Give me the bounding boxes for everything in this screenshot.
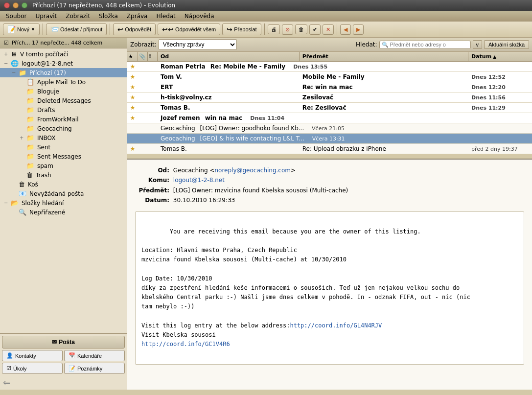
message-row-7[interactable]: Geocaching [GEO] & his wife contacting L…	[127, 134, 532, 144]
forward-button[interactable]: ↪ Přeposlat	[222, 23, 261, 35]
tree-item-2[interactable]: − 📁 Příchozí (17)	[0, 68, 127, 77]
msg-flag-7[interactable]	[127, 137, 138, 140]
tree-item-9[interactable]: + 📁 INBOX	[0, 133, 127, 142]
msg-flag-6[interactable]	[127, 127, 138, 130]
col-header-importance[interactable]: !	[148, 52, 158, 61]
message-row-8[interactable]: ★ Tomas B. Re: Upload obrazku z iPhone p…	[127, 144, 532, 154]
message-row-2[interactable]: ★ ERT Re: win na mac Dnes 12:20	[127, 82, 532, 93]
tree-expander-0[interactable]: +	[4, 51, 10, 57]
search-input[interactable]	[390, 42, 468, 47]
msg-imp-3	[148, 96, 158, 99]
body-link-2[interactable]: http://coord.info/GC1V4R6	[141, 341, 230, 348]
menu-hledat[interactable]: Hledat	[152, 12, 179, 21]
msg-flag-8[interactable]: ★	[127, 144, 138, 154]
menu-soubor[interactable]: Soubor	[2, 12, 30, 21]
print-icon: 🖨	[271, 26, 277, 32]
tree-item-5[interactable]: 📁 Deleted Messages	[0, 96, 127, 105]
not-junk-button[interactable]: ✔	[309, 24, 321, 35]
message-row-0[interactable]: ★ Roman Petrla Re: Mobile Me - Family Dn…	[127, 62, 532, 72]
toolbar-separator-2	[110, 23, 110, 35]
message-row-1[interactable]: ★ Tom V. Mobile Me - Family Dnes 12:52	[127, 72, 532, 82]
menu-napoveda[interactable]: Nápověda	[181, 12, 218, 21]
next-button[interactable]: ▶	[353, 24, 364, 35]
new-dropdown-icon[interactable]: ▼	[31, 27, 35, 32]
msg-flag-0[interactable]: ★	[127, 62, 138, 71]
tree-expander-1[interactable]: −	[4, 61, 10, 66]
message-row-5[interactable]: ★ Jozef remen win na mac Dnes 11:04	[127, 113, 532, 123]
sidebar-checkbox[interactable]: ☑	[4, 40, 9, 46]
tree-folder-icon-8: 📁	[26, 125, 34, 132]
tree-item-12[interactable]: 📁 spam	[0, 161, 127, 170]
notes-nav-button[interactable]: 📝 Poznámky	[64, 363, 125, 374]
msg-flag-5[interactable]: ★	[127, 113, 138, 123]
tree-label-10: Sent	[37, 144, 50, 151]
subject-text: [LOG] Owner: mzvicina found Kbelska sous…	[173, 187, 348, 194]
search-in-button[interactable]: v	[473, 40, 483, 49]
send-receive-button[interactable]: 📨 Odeslat / přijmout	[46, 23, 107, 35]
close-button[interactable]	[4, 2, 10, 8]
msg-flag-1[interactable]: ★	[127, 72, 138, 82]
menu-zobrazit[interactable]: Zobrazit	[62, 12, 94, 21]
send-receive-icon: 📨	[50, 25, 59, 33]
msg-flag-4[interactable]: ★	[127, 103, 138, 113]
menu-upravit[interactable]: Upravit	[31, 12, 61, 21]
msg-flag-2[interactable]: ★	[127, 82, 138, 92]
tree-expander-2[interactable]: −	[12, 70, 18, 75]
prev-button[interactable]: ◀	[340, 24, 351, 35]
tree-folder-icon-6: 📁	[26, 106, 34, 114]
col-header-subject[interactable]: Předmět	[300, 52, 468, 61]
menu-slozka[interactable]: Složka	[95, 12, 122, 21]
nav-btn-row-2: ☑ Úkoly 📝 Poznámky	[2, 363, 125, 374]
to-email-link[interactable]: logout@1-2-8.net	[173, 177, 225, 184]
tree-item-1[interactable]: − 🌐 logout@1-2-8.net	[0, 59, 127, 68]
tree-folder-icon-14: 🗑	[19, 181, 25, 188]
reply-all-button[interactable]: ↩↩ Odpovědět všem	[158, 23, 220, 35]
calendar-nav-button[interactable]: 📅 Kalendáře	[64, 350, 125, 361]
tree-label-12: spam	[37, 163, 53, 169]
tree-item-13[interactable]: 🗑 Trash	[0, 170, 127, 180]
tree-item-14[interactable]: 🗑 Koš	[0, 180, 127, 189]
new-button[interactable]: 📝 Nový ▼	[3, 23, 40, 35]
tree-label-3: Apple Mail To Do	[37, 79, 86, 86]
message-row-4[interactable]: ★ Tomas B. Re: Zesilovač Dnes 11:29	[127, 103, 532, 113]
tree-item-7[interactable]: 📁 FromWorkMail	[0, 115, 127, 124]
mail-nav-button[interactable]: ✉ Pošta	[2, 336, 125, 349]
tree-item-8[interactable]: 📁 Geocaching	[0, 124, 127, 133]
message-row-6[interactable]: Geocaching [LOG] Owner: goodhoko found K…	[127, 123, 532, 134]
tree-expander-9[interactable]: +	[20, 135, 25, 140]
tree-item-11[interactable]: 📁 Sent Messages	[0, 152, 127, 161]
junk-button[interactable]: 🗑	[295, 24, 307, 34]
tree-item-17[interactable]: 🔍 Nepřiřazené	[0, 208, 127, 217]
reply-button[interactable]: ↩ Odpovědět	[113, 23, 156, 35]
forward-label: Přeposlat	[234, 26, 256, 32]
tree-item-10[interactable]: 📁 Sent	[0, 142, 127, 152]
col-header-from[interactable]: Od	[158, 52, 300, 61]
arrow-icon[interactable]: ⇐	[3, 377, 10, 388]
col-header-attachment[interactable]: 📎	[138, 52, 148, 61]
print-button[interactable]: 🖨	[268, 24, 280, 34]
contacts-nav-button[interactable]: 👤 Kontakty	[2, 350, 63, 361]
tree-item-6[interactable]: 📁 Drafts	[0, 105, 127, 115]
message-row-3[interactable]: ★ h-tisk@volny.cz Zesilovač Dnes 11:56	[127, 93, 532, 103]
tree-item-0[interactable]: + 🖥 V tomto počítači	[0, 49, 127, 59]
minimize-button[interactable]	[13, 2, 19, 8]
col-header-flag[interactable]: ★	[127, 52, 138, 61]
tasks-nav-button[interactable]: ☑ Úkoly	[2, 363, 63, 374]
tree-expander-16[interactable]: −	[4, 200, 10, 206]
tree-folder-icon-1: 🌐	[11, 60, 19, 67]
tree-item-4[interactable]: 📁 Bloguje	[0, 87, 127, 96]
from-email-link[interactable]: noreply@geocaching.com	[214, 167, 291, 174]
maximize-button[interactable]	[22, 2, 27, 8]
current-folder-button[interactable]: Aktuální složka	[484, 40, 529, 49]
delete-button[interactable]: ⊘	[282, 24, 293, 35]
msg-flag-3[interactable]: ★	[127, 93, 138, 102]
stop-button[interactable]: ✕	[323, 24, 334, 35]
tree-item-3[interactable]: 📋 Apple Mail To Do	[0, 77, 127, 87]
tree-item-16[interactable]: − 📂 Složky hledání	[0, 198, 127, 208]
msg-subject-5: win na mac	[202, 113, 245, 123]
menu-zprava[interactable]: Zpráva	[123, 12, 152, 21]
view-select-dropdown[interactable]: Všechny zprávy Nepřečtené zprávy Důležit…	[159, 39, 237, 50]
col-header-date[interactable]: Datum	[468, 52, 532, 61]
body-link-1[interactable]: http://coord.info/GL4N4RJV	[290, 322, 382, 329]
tree-item-15[interactable]: 📧 Nevyžádaná pošta	[0, 189, 127, 198]
